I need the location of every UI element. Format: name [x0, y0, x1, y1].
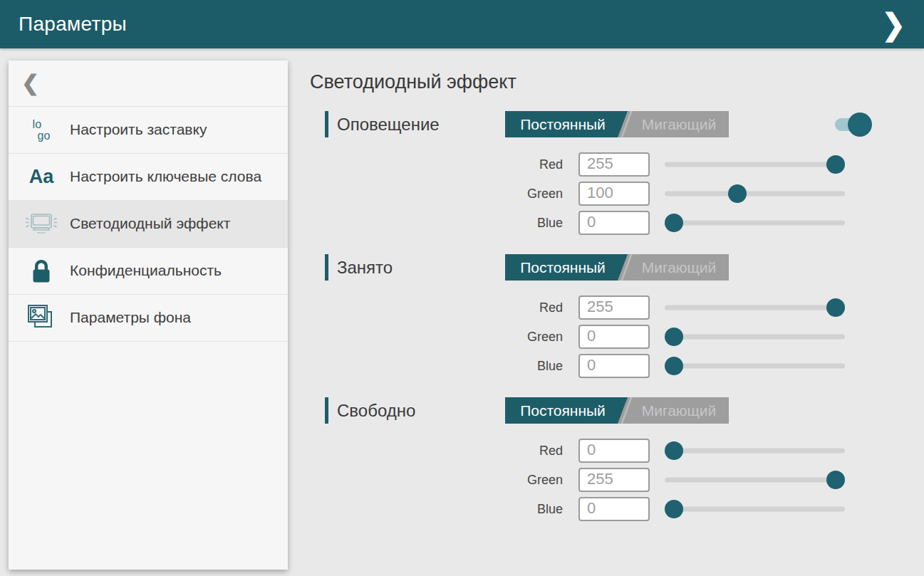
sidebar-item-label: Настроить заставку — [70, 120, 207, 139]
green-value-input[interactable] — [578, 325, 650, 349]
green-slider[interactable] — [665, 182, 845, 206]
green-value-input[interactable] — [578, 182, 650, 206]
blue-label: Blue — [310, 216, 563, 231]
green-label: Green — [310, 187, 563, 201]
accent-bar — [325, 111, 328, 137]
led-section-alert: Оповещение Постоянный Мигающий Red Green — [310, 111, 894, 235]
mode-blinking-segment[interactable]: Мигающий — [629, 254, 729, 281]
section-label: Оповещение — [337, 115, 440, 135]
section-label: Свободно — [337, 401, 415, 421]
accent-bar — [325, 254, 328, 281]
settings-sidebar: ❮ lo go Настроить заставку Aa Настроить … — [9, 61, 288, 570]
mode-constant-segment[interactable]: Постоянный — [505, 254, 628, 281]
slider-thumb[interactable] — [826, 471, 845, 489]
sidebar-item-led-effect[interactable]: Светодиодный эффект — [9, 201, 288, 248]
section-label: Занято — [337, 258, 393, 278]
red-label: Red — [310, 444, 563, 459]
red-label: Red — [310, 157, 563, 172]
forward-chevron-icon[interactable]: ❯ — [881, 9, 905, 39]
led-section-free: Свободно Постоянный Мигающий Red Green — [310, 397, 894, 521]
red-slider[interactable] — [665, 439, 845, 463]
keywords-icon: Aa — [24, 167, 58, 187]
slider-track — [665, 305, 845, 310]
back-chevron-icon: ❮ — [21, 73, 39, 94]
slider-track — [665, 507, 845, 512]
blue-value-input[interactable] — [578, 497, 650, 521]
slider-thumb[interactable] — [665, 441, 683, 460]
mode-constant-segment[interactable]: Постоянный — [505, 111, 628, 137]
lock-icon — [24, 258, 58, 285]
sidebar-item-screensaver[interactable]: lo go Настроить заставку — [9, 107, 288, 154]
slider-thumb[interactable] — [665, 328, 683, 346]
green-value-input[interactable] — [578, 468, 650, 492]
slider-thumb[interactable] — [826, 298, 845, 317]
mode-segmented-control: Постоянный Мигающий — [505, 397, 729, 424]
slider-track — [665, 364, 845, 369]
red-slider[interactable] — [665, 295, 845, 320]
red-value-input[interactable] — [578, 439, 650, 463]
green-label: Green — [310, 330, 563, 345]
sidebar-item-keywords[interactable]: Aa Настроить ключевые слова — [9, 154, 288, 201]
sidebar-item-label: Настроить ключевые слова — [70, 167, 261, 186]
blue-label: Blue — [310, 359, 563, 374]
slider-track — [665, 335, 845, 340]
red-label: Red — [310, 300, 563, 315]
sidebar-item-label: Параметры фона — [70, 308, 191, 327]
mode-segmented-control: Постоянный Мигающий — [505, 111, 729, 137]
slider-thumb[interactable] — [728, 184, 747, 203]
red-value-input[interactable] — [578, 295, 650, 320]
mode-constant-segment[interactable]: Постоянный — [505, 397, 628, 424]
slider-track — [665, 192, 845, 197]
slider-track — [665, 221, 845, 226]
slider-thumb[interactable] — [665, 500, 683, 518]
sidebar-item-privacy[interactable]: Конфиденциальность — [9, 248, 288, 295]
blue-label: Blue — [310, 502, 563, 517]
sidebar-item-label: Светодиодный эффект — [70, 214, 230, 233]
app-header: Параметры ❯ — [0, 0, 924, 48]
section-heading: Светодиодный эффект — [310, 71, 894, 94]
led-screen-icon — [24, 210, 58, 239]
slider-track — [665, 449, 845, 454]
red-value-input[interactable] — [578, 152, 650, 177]
logo-icon: lo go — [24, 119, 58, 140]
slider-track — [665, 478, 845, 483]
blue-value-input[interactable] — [578, 211, 650, 235]
page-title: Параметры — [19, 13, 127, 36]
mode-blinking-segment[interactable]: Мигающий — [629, 111, 729, 137]
slider-thumb[interactable] — [665, 214, 683, 232]
toggle-knob — [848, 112, 872, 137]
red-slider[interactable] — [665, 152, 845, 177]
accent-bar — [325, 397, 328, 424]
blue-value-input[interactable] — [578, 354, 650, 378]
blue-slider[interactable] — [665, 354, 845, 378]
mode-segmented-control: Постоянный Мигающий — [505, 254, 729, 281]
led-section-busy: Занято Постоянный Мигающий Red Green — [310, 254, 894, 378]
green-slider[interactable] — [665, 468, 845, 492]
slider-track — [665, 162, 845, 167]
blue-slider[interactable] — [665, 497, 845, 521]
sidebar-collapse-button[interactable]: ❮ — [9, 61, 288, 107]
sidebar-item-label: Конфиденциальность — [70, 261, 222, 280]
slider-thumb[interactable] — [826, 155, 845, 174]
led-effect-panel: Светодиодный эффект Оповещение Постоянны… — [310, 71, 894, 540]
alert-enable-toggle[interactable] — [835, 112, 872, 137]
sidebar-item-background[interactable]: Параметры фона — [9, 295, 288, 342]
green-slider[interactable] — [665, 325, 845, 349]
slider-thumb[interactable] — [665, 357, 683, 375]
mode-blinking-segment[interactable]: Мигающий — [629, 397, 729, 424]
blue-slider[interactable] — [665, 211, 845, 235]
background-images-icon — [24, 303, 58, 334]
green-label: Green — [310, 473, 563, 488]
